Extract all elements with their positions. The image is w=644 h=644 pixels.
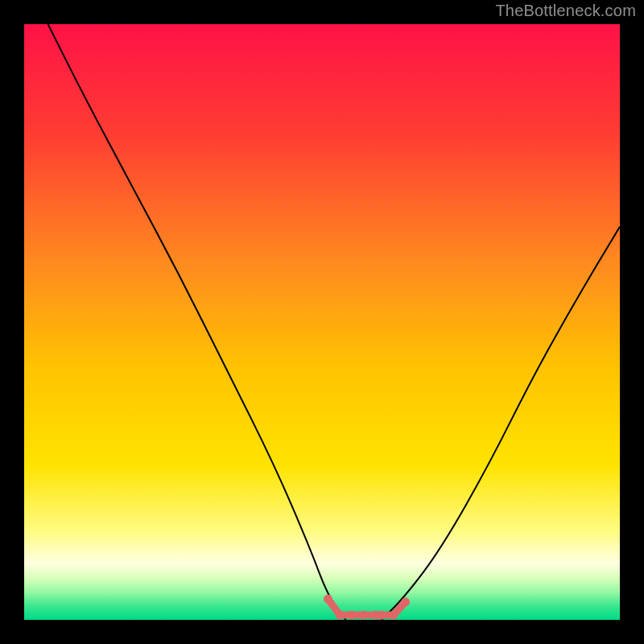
bottom-marker-dot (336, 611, 345, 620)
chart-svg (0, 0, 644, 644)
bottom-marker-dot (401, 597, 410, 606)
bottom-marker-dot (324, 595, 332, 604)
chart-stage: TheBottleneck.com (0, 0, 644, 644)
bottom-marker-dot (389, 611, 398, 620)
bottom-marker-dot (359, 611, 368, 620)
attribution-watermark: TheBottleneck.com (495, 2, 636, 20)
plot-background (24, 24, 620, 620)
bottom-marker-dot (348, 611, 357, 620)
bottom-marker-dot (378, 611, 386, 620)
